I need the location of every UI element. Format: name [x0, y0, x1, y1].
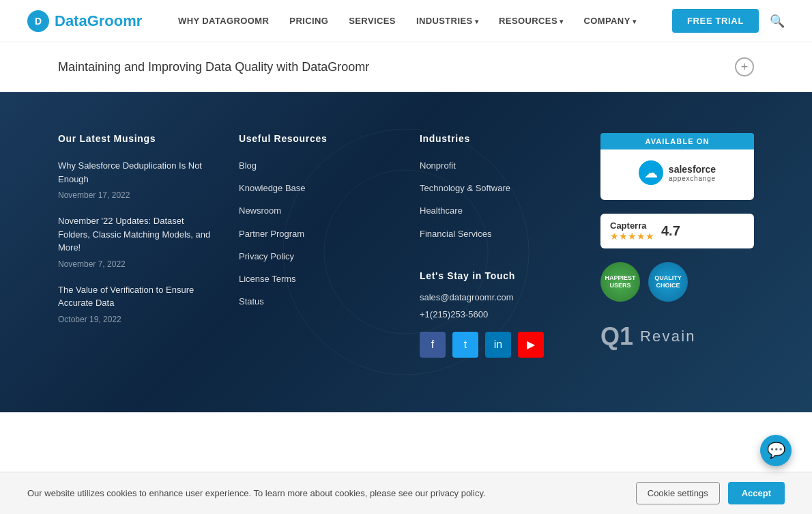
resource-link-privacy[interactable]: Privacy Policy	[239, 251, 294, 261]
nav-company[interactable]: COMPANY	[584, 16, 637, 26]
list-item: Privacy Policy	[239, 250, 392, 263]
salesforce-logo: ☁ salesforce appexchange	[614, 156, 740, 189]
search-icon[interactable]: 🔍	[770, 14, 785, 29]
twitter-icon[interactable]: t	[452, 332, 478, 358]
nav-industries[interactable]: INDUSTRIES	[416, 16, 478, 26]
blog-post-2-date: November 7, 2022	[58, 259, 126, 269]
list-item: Nonprofit	[420, 159, 573, 172]
industry-financial[interactable]: Financial Services	[420, 229, 492, 239]
blog-post-3-date: October 19, 2022	[58, 315, 121, 324]
salesforce-text: salesforce	[669, 164, 716, 175]
salesforce-badge[interactable]: AVAILABLE ON ☁ salesforce appexchange	[600, 133, 754, 200]
list-item: Technology & Software	[420, 182, 573, 195]
blog-post-1-date: November 17, 2022	[58, 190, 130, 200]
resource-link-newsroom[interactable]: Newsroom	[239, 205, 281, 216]
blog-post-1: Why Salesforce Deduplication Is Not Enou…	[58, 159, 212, 201]
resource-link-kb[interactable]: Knowledge Base	[239, 183, 306, 193]
top-section: Maintaining and Improving Data Quality w…	[0, 42, 812, 92]
nav-resources[interactable]: RESOURCES	[499, 16, 563, 26]
blog-post-1-title[interactable]: Why Salesforce Deduplication Is Not Enou…	[58, 159, 212, 186]
industry-nonprofit[interactable]: Nonprofit	[420, 160, 456, 171]
industry-healthcare[interactable]: Healthcare	[420, 205, 463, 216]
list-item: Blog	[239, 159, 392, 172]
accordion-title: Maintaining and Improving Data Quality w…	[58, 60, 369, 74]
logo-icon: D	[27, 10, 49, 32]
blog-post-2-title[interactable]: November '22 Updates: Dataset Folders, C…	[58, 214, 212, 255]
contact-email[interactable]: sales@datagroomr.com	[420, 292, 573, 302]
nav-services[interactable]: SERVICES	[349, 16, 396, 26]
industries-list: Nonprofit Technology & Software Healthca…	[420, 159, 573, 250]
salesforce-cloud-icon: ☁	[639, 160, 663, 185]
industry-tech[interactable]: Technology & Software	[420, 183, 510, 193]
resource-link-status[interactable]: Status	[239, 296, 264, 306]
blog-post-3-title[interactable]: The Value of Verification to Ensure Accu…	[58, 283, 212, 310]
blog-post-2: November '22 Updates: Dataset Folders, C…	[58, 214, 212, 270]
footer-col-badges: AVAILABLE ON ☁ salesforce appexchange Ca…	[600, 133, 754, 358]
revain-text: Revain	[640, 328, 696, 345]
list-item: Knowledge Base	[239, 182, 392, 195]
logo-text: DataGroomr	[55, 12, 142, 30]
social-icons: f t in ▶	[420, 332, 573, 358]
list-item: Partner Program	[239, 227, 392, 240]
logo-blue: Groomr	[87, 12, 143, 29]
revain-q-icon: Q1	[600, 322, 633, 351]
available-on-label: AVAILABLE ON	[600, 133, 754, 149]
footer: Our Latest Musings Why Salesforce Dedupl…	[0, 92, 812, 412]
musings-heading: Our Latest Musings	[58, 133, 212, 144]
accordion-expand-icon[interactable]: +	[735, 57, 754, 76]
blog-post-3: The Value of Verification to Ensure Accu…	[58, 283, 212, 325]
contact-phone[interactable]: +1(215)253-5600	[420, 309, 573, 319]
footer-col-industries: Industries Nonprofit Technology & Softwa…	[420, 133, 573, 358]
resource-link-partner[interactable]: Partner Program	[239, 229, 304, 239]
nav-links: WHY DATAGROOMR PRICING SERVICES INDUSTRI…	[178, 16, 636, 26]
nav-pricing[interactable]: PRICING	[289, 16, 328, 26]
capterra-label: Capterra	[610, 220, 654, 231]
capterra-badge[interactable]: Capterra ★★★★★ 4.7	[600, 214, 754, 248]
capterra-score: 4.7	[661, 223, 680, 239]
youtube-icon[interactable]: ▶	[518, 332, 544, 358]
nav-why[interactable]: WHY DATAGROOMR	[178, 16, 269, 26]
contact-heading: Let's Stay in Touch	[420, 270, 573, 281]
contact-section: Let's Stay in Touch sales@datagroomr.com…	[420, 270, 573, 358]
facebook-icon[interactable]: f	[420, 332, 446, 358]
salesforce-sub: appexchange	[669, 175, 716, 182]
footer-col-resources: Useful Resources Blog Knowledge Base New…	[239, 133, 392, 358]
list-item: License Terms	[239, 272, 392, 285]
quality-choice-badge: QUALITYCHOICE	[648, 262, 688, 302]
logo-dark: Data	[55, 12, 87, 29]
accordion-item: Maintaining and Improving Data Quality w…	[58, 42, 754, 92]
capterra-stars: ★★★★★	[610, 231, 654, 242]
revain-section: Q1 Revain	[600, 322, 754, 351]
resource-link-blog[interactable]: Blog	[239, 160, 257, 171]
linkedin-icon[interactable]: in	[485, 332, 511, 358]
award-badges: HAPPIESTUSERS QUALITYCHOICE	[600, 262, 754, 302]
happiest-users-badge: HAPPIESTUSERS	[600, 262, 640, 302]
list-item: Healthcare	[420, 204, 573, 217]
resources-heading: Useful Resources	[239, 133, 392, 144]
main-nav: D DataGroomr WHY DATAGROOMR PRICING SERV…	[0, 0, 812, 42]
footer-grid: Our Latest Musings Why Salesforce Dedupl…	[58, 133, 754, 358]
list-item: Newsroom	[239, 204, 392, 217]
industries-heading: Industries	[420, 133, 573, 144]
list-item: Status	[239, 295, 392, 308]
logo[interactable]: D DataGroomr	[27, 10, 142, 32]
resources-list: Blog Knowledge Base Newsroom Partner Pro…	[239, 159, 392, 308]
list-item: Financial Services	[420, 227, 573, 240]
free-trial-button[interactable]: FREE TRIAL	[672, 9, 759, 33]
resource-link-license[interactable]: License Terms	[239, 274, 296, 284]
footer-col-musings: Our Latest Musings Why Salesforce Dedupl…	[58, 133, 212, 358]
